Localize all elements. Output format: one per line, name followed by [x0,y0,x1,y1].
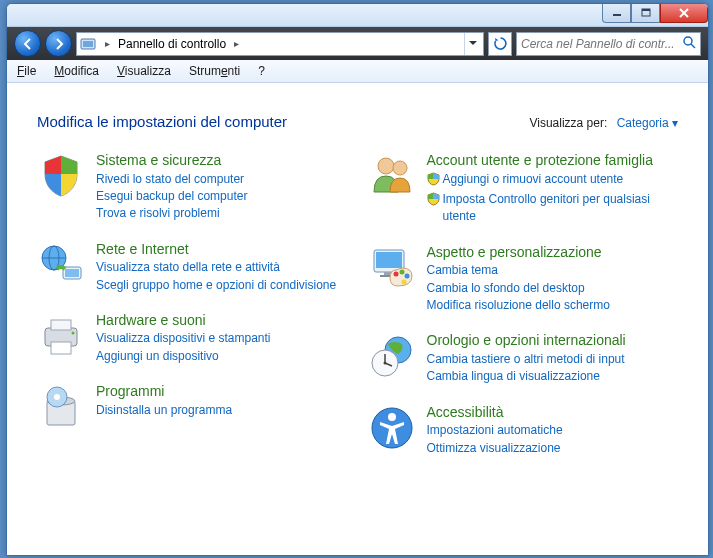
menu-help[interactable]: ? [258,64,265,78]
back-button[interactable] [14,30,41,57]
category-title[interactable]: Programmi [96,383,348,401]
refresh-icon [493,36,508,51]
printer-icon [37,312,85,360]
category-clock: Orologio e opzioni internazionali Cambia… [368,332,679,385]
chevron-down-icon [469,41,477,46]
control-panel-window: ▸ Pannello di controllo ▸ File Modifica … [6,3,709,556]
globe-network-icon [37,241,85,289]
control-panel-icon [79,35,97,53]
close-button[interactable] [660,3,708,23]
monitor-palette-icon [368,244,416,292]
forward-button[interactable] [45,30,72,57]
view-by-dropdown[interactable]: Categoria ▾ [617,116,678,130]
chevron-right-icon[interactable]: ▸ [230,38,243,49]
breadcrumb-label[interactable]: Pannello di controllo [118,37,226,51]
category-link[interactable]: Visualizza dispositivi e stampanti [96,330,348,347]
category-link[interactable]: Scegli gruppo home e opzioni di condivis… [96,277,348,294]
category-appearance: Aspetto e personalizzazione Cambia tema … [368,244,679,315]
category-accessibility: Accessibilità Impostazioni automatiche O… [368,404,679,457]
address-dropdown[interactable] [464,33,481,55]
category-title[interactable]: Sistema e sicurezza [96,152,348,170]
accessibility-icon [368,404,416,452]
category-link[interactable]: Imposta Controllo genitori per qualsiasi… [427,191,679,226]
minimize-icon [612,9,622,17]
shield-icon [37,152,85,200]
svg-point-36 [388,413,396,421]
menu-file[interactable]: File [17,64,36,78]
category-link[interactable]: Cambia tema [427,262,679,279]
maximize-button[interactable] [631,3,660,23]
svg-point-15 [72,331,75,334]
category-link[interactable]: Cambia tastiere o altri metodi di input [427,351,679,368]
menu-strumenti[interactable]: Strumenti [189,64,240,78]
chevron-right-icon[interactable]: ▸ [101,38,114,49]
svg-point-26 [393,271,398,276]
categories-left: Sistema e sicurezza Rivedi lo stato del … [37,152,348,457]
category-title[interactable]: Aspetto e personalizzazione [427,244,679,262]
programs-icon [37,383,85,431]
category-system-security: Sistema e sicurezza Rivedi lo stato del … [37,152,348,223]
navigation-bar: ▸ Pannello di controllo ▸ [7,27,708,60]
svg-point-29 [401,279,406,284]
category-link[interactable]: Rivedi lo stato del computer [96,171,348,188]
minimize-button[interactable] [602,3,631,23]
svg-point-21 [393,161,407,175]
search-icon[interactable] [682,35,696,52]
clock-globe-icon [368,332,416,380]
svg-rect-13 [51,320,71,330]
svg-rect-11 [65,269,79,277]
shield-small-icon [427,172,440,191]
close-icon [678,8,690,18]
menu-modifica[interactable]: Modifica [54,64,99,78]
category-title[interactable]: Orologio e opzioni internazionali [427,332,679,350]
page-title: Modifica le impostazioni del computer [37,113,287,130]
category-title[interactable]: Account utente e protezione famiglia [427,152,679,170]
category-link[interactable]: Visualizza stato della rete e attività [96,259,348,276]
svg-point-28 [404,273,409,278]
svg-rect-0 [613,14,621,16]
view-by-label: Visualizza per: [529,116,607,130]
back-arrow-icon [21,37,35,51]
content-area: Modifica le impostazioni del computer Vi… [7,83,708,555]
category-link[interactable]: Ottimizza visualizzazione [427,440,679,457]
category-link[interactable]: Cambia lingua di visualizzazione [427,368,679,385]
category-programs: Programmi Disinstalla un programma [37,383,348,431]
category-network: Rete e Internet Visualizza stato della r… [37,241,348,294]
maximize-icon [641,8,651,17]
category-link[interactable]: Impostazioni automatiche [427,422,679,439]
svg-point-19 [54,394,60,400]
shield-small-icon [427,192,440,211]
svg-rect-4 [83,41,93,47]
category-link[interactable]: Disinstalla un programma [96,402,348,419]
svg-point-27 [399,269,404,274]
categories: Sistema e sicurezza Rivedi lo stato del … [37,152,678,457]
category-link[interactable]: Aggiungi o rimuovi account utente [427,171,679,191]
view-by: Visualizza per: Categoria ▾ [529,116,678,130]
category-title[interactable]: Hardware e suoni [96,312,348,330]
category-link[interactable]: Modifica risoluzione dello schermo [427,297,679,314]
refresh-button[interactable] [488,32,512,56]
category-users: Account utente e protezione famiglia Agg… [368,152,679,226]
menu-bar: File Modifica Visualizza Strumenti ? [7,60,708,83]
svg-point-5 [684,37,692,45]
svg-point-20 [378,158,394,174]
address-bar[interactable]: ▸ Pannello di controllo ▸ [76,32,484,56]
search-input[interactable] [521,37,682,51]
category-link[interactable]: Cambia lo sfondo del desktop [427,280,679,297]
category-title[interactable]: Rete e Internet [96,241,348,259]
users-icon [368,152,416,200]
menu-visualizza[interactable]: Visualizza [117,64,171,78]
category-link[interactable]: Esegui backup del computer [96,188,348,205]
titlebar [7,4,708,27]
forward-arrow-icon [52,37,66,51]
category-link[interactable]: Aggiungi un dispositivo [96,348,348,365]
category-title[interactable]: Accessibilità [427,404,679,422]
category-hardware: Hardware e suoni Visualizza dispositivi … [37,312,348,365]
svg-rect-14 [51,342,71,354]
svg-rect-23 [376,252,402,268]
category-link[interactable]: Trova e risolvi problemi [96,205,348,222]
svg-line-6 [691,44,695,48]
search-box[interactable] [516,32,701,56]
svg-rect-2 [642,9,650,11]
content-header: Modifica le impostazioni del computer Vi… [37,113,678,130]
